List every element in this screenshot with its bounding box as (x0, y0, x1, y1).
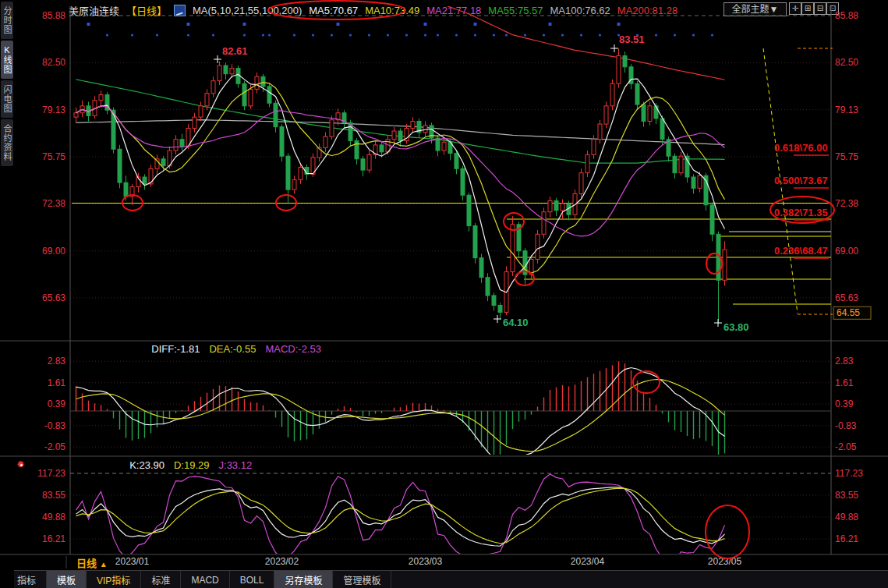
macd-header: MACD(26,12,9) DIFF:-1.81 DEA:-0.55 MACD:… (72, 343, 321, 356)
svg-text:72.38: 72.38 (42, 198, 65, 209)
svg-text:-0.83: -0.83 (44, 420, 66, 431)
sidebar-tab-contract-info[interactable]: 合约资料 (1, 119, 13, 166)
svg-text:83.55: 83.55 (835, 490, 858, 501)
candlestick-mini-icon (174, 5, 186, 16)
ma55-value: MA55:75.57 (488, 5, 543, 16)
kdj-title: KDJ(9,3,3) (72, 459, 120, 472)
svg-text:85.88: 85.88 (42, 10, 65, 21)
crosshair-icon[interactable]: ✛ (789, 2, 801, 15)
svg-text:72.38: 72.38 (835, 198, 858, 209)
toolbar-tab-boll[interactable]: BOLL (230, 571, 275, 588)
svg-text:79.13: 79.13 (835, 104, 858, 115)
macd-value: MACD:-2.53 (265, 343, 321, 356)
svg-text:2023/02: 2023/02 (265, 556, 299, 567)
period-arrow-icon: ▲ (100, 560, 108, 569)
kdj-header: KDJ(9,3,3) K:23.90 D:19.29 J:33.12 (72, 459, 252, 472)
toolbar-tab-manage-template[interactable]: 管理模板 (333, 571, 391, 588)
theme-dropdown-button[interactable]: 全部主题▼ (723, 2, 787, 16)
svg-text:82.50: 82.50 (42, 57, 65, 68)
indicator-toolbar: 指标 模板 VIP指标 标准 MACD BOLL 另存模板 管理模板 (0, 570, 888, 588)
macd-title: MACD(26,12,9) (72, 343, 142, 356)
svg-text:2.83: 2.83 (48, 356, 66, 367)
toolbar-tab-template[interactable]: 模板 (47, 571, 87, 588)
svg-text:2023/04: 2023/04 (571, 556, 605, 567)
j-value: J:33.12 (219, 459, 253, 472)
svg-text:2023/05: 2023/05 (708, 556, 742, 567)
d-value: D:19.29 (174, 459, 210, 472)
toolbar-tab-vip-indicator[interactable]: VIP指标 (87, 571, 141, 588)
sidebar-tab-candlestick[interactable]: K线图 (1, 41, 13, 79)
svg-text:2023/01: 2023/01 (115, 556, 150, 567)
sidebar-tab-timeshare[interactable]: 分时图 (1, 2, 13, 39)
ma5-value: MA5:70.67 (309, 5, 358, 16)
pane-split-icon[interactable]: ⊟ (814, 2, 826, 15)
svg-text:65.63: 65.63 (835, 292, 858, 303)
svg-text:1.61: 1.61 (835, 377, 854, 388)
svg-text:2023/03: 2023/03 (409, 556, 443, 567)
symbol-title: 美原油连续 (69, 3, 119, 18)
svg-text:65.63: 65.63 (42, 292, 65, 303)
period-label: 日线 (76, 558, 97, 569)
pane-export-icon[interactable]: ⊡ (826, 2, 839, 15)
svg-text:1.61: 1.61 (48, 377, 66, 388)
ma200-value: MA200:81.28 (617, 5, 677, 16)
period-selector[interactable]: 日线 ▲ (76, 555, 108, 570)
svg-text:117.23: 117.23 (835, 468, 863, 479)
ma10-value: MA10:73.49 (365, 5, 419, 16)
k-value: K:23.90 (129, 459, 165, 472)
svg-text:49.88: 49.88 (835, 512, 858, 522)
panel-alert-icon[interactable]: ✹ (16, 459, 25, 470)
chart-plot-area[interactable] (70, 6, 831, 554)
svg-text:0.39: 0.39 (48, 398, 66, 409)
svg-text:16.21: 16.21 (42, 533, 65, 544)
diff-value: DIFF:-1.81 (151, 343, 200, 356)
ma100-value: MA100:76.62 (550, 5, 610, 16)
ma21-value: MA21:77.18 (426, 5, 481, 16)
svg-text:117.23: 117.23 (37, 468, 65, 479)
chart-workstation: 分时图 K线图 闪电图 合约资料 美原油连续 【日线】 MA(5,10,21,5… (0, 0, 888, 588)
chart-header: 美原油连续 【日线】 MA(5,10,21,55,100,200) MA5:70… (69, 3, 677, 17)
svg-text:49.88: 49.88 (42, 512, 65, 522)
svg-text:75.75: 75.75 (42, 151, 65, 162)
svg-text:2.83: 2.83 (835, 356, 854, 367)
svg-text:82.50: 82.50 (835, 57, 858, 68)
toolbar-tab-save-template[interactable]: 另存模板 (274, 571, 333, 588)
svg-text:0.39: 0.39 (835, 398, 854, 409)
toolbar-tab-standard[interactable]: 标准 (141, 571, 181, 588)
svg-text:-2.05: -2.05 (835, 441, 857, 452)
toolbar-tab-macd[interactable]: MACD (181, 571, 229, 588)
pane-layout-icon[interactable]: ⊞ (801, 2, 814, 15)
chart-type-sidebar: 分时图 K线图 闪电图 合约资料 (0, 0, 14, 588)
svg-text:-2.05: -2.05 (44, 441, 66, 452)
svg-text:69.00: 69.00 (835, 246, 858, 257)
svg-text:69.00: 69.00 (42, 246, 65, 257)
dea-value: DEA:-0.55 (209, 343, 256, 356)
ma-group-label: MA(5,10,21,55,100,200) (193, 5, 302, 16)
svg-text:75.75: 75.75 (835, 151, 858, 162)
svg-text:-0.83: -0.83 (835, 420, 857, 431)
svg-text:79.13: 79.13 (42, 104, 65, 115)
svg-text:16.21: 16.21 (835, 533, 858, 544)
sidebar-tab-flash[interactable]: 闪电图 (1, 80, 13, 118)
svg-text:83.55: 83.55 (42, 490, 65, 501)
period-tag: 【日线】 (126, 3, 167, 18)
svg-text:64.55: 64.55 (837, 307, 860, 318)
